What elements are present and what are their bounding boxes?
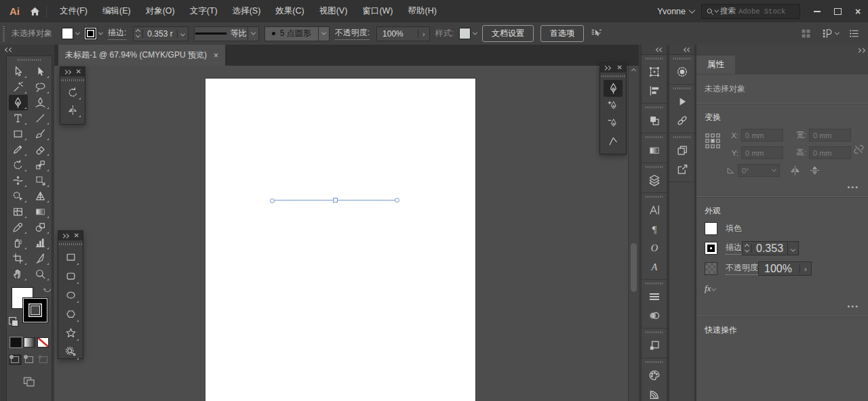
flare-tool[interactable] xyxy=(61,343,80,361)
canvas-area[interactable] xyxy=(54,66,628,401)
opentype-panel-button[interactable]: O xyxy=(642,238,667,257)
opacity-field[interactable]: 100% › xyxy=(758,261,812,276)
lasso-tool[interactable] xyxy=(31,79,50,95)
panel-header[interactable]: ✕ xyxy=(58,231,83,240)
scrollbar-thumb[interactable] xyxy=(631,243,637,292)
curvature-tool[interactable] xyxy=(31,95,50,110)
polygon-tool[interactable] xyxy=(61,305,80,323)
home-icon[interactable] xyxy=(29,5,41,17)
dock-group-grip[interactable] xyxy=(646,361,663,363)
controlbar-grip[interactable] xyxy=(3,26,5,41)
fill-swatch[interactable] xyxy=(62,28,73,39)
stroke-panel-button[interactable] xyxy=(642,287,667,306)
user-chevron-down-icon[interactable] xyxy=(689,7,696,14)
menu-type[interactable]: 文字(T) xyxy=(182,0,225,22)
scroll-up-icon[interactable] xyxy=(629,66,639,75)
menu-help[interactable]: 帮助(H) xyxy=(401,0,444,22)
zoom-tool[interactable] xyxy=(31,266,50,282)
appearance-more-options[interactable]: ••• xyxy=(705,301,861,316)
collapse-panel-icon[interactable] xyxy=(604,66,610,70)
layers-panel-button[interactable] xyxy=(642,171,667,190)
fill-swatch[interactable] xyxy=(705,222,717,235)
swap-fill-stroke-icon[interactable]: ⤸ xyxy=(43,288,52,293)
glyphs-panel-button[interactable]: A xyxy=(642,257,667,276)
document-setup-button[interactable]: 文档设置 xyxy=(482,25,534,42)
properties-dock-header[interactable] xyxy=(696,45,868,56)
align-panel-button[interactable] xyxy=(642,81,667,100)
tab-close-icon[interactable]: × xyxy=(214,51,218,60)
stroke-weight-stepper[interactable]: 0.353 r xyxy=(133,26,188,41)
style-swatch[interactable] xyxy=(459,28,471,39)
transform-more-options[interactable]: ••• xyxy=(705,182,861,196)
rounded-rectangle-tool[interactable] xyxy=(61,267,80,285)
transparency-panel-button[interactable] xyxy=(642,306,667,325)
arrange-documents-icon[interactable] xyxy=(800,28,812,39)
none-button[interactable] xyxy=(37,337,49,347)
stroke-weight-label[interactable]: 描边: xyxy=(108,27,126,40)
opacity-swatch[interactable] xyxy=(705,262,717,275)
blend-tool[interactable] xyxy=(31,219,50,235)
selection-tool[interactable] xyxy=(9,64,28,79)
direct-selection-tool[interactable] xyxy=(31,64,50,79)
fill-color-dropdown[interactable] xyxy=(62,28,79,39)
paragraph-panel-button[interactable]: ¶ xyxy=(642,219,667,238)
dock-collapse-header[interactable] xyxy=(669,45,694,55)
scale-tool[interactable] xyxy=(31,157,50,173)
tab-properties[interactable]: 属性 xyxy=(696,56,735,74)
opacity-label[interactable]: 不透明度 xyxy=(726,262,758,275)
search-scope-chevron-icon[interactable] xyxy=(714,8,719,13)
screen-mode-button[interactable] xyxy=(7,375,52,388)
ellipse-tool[interactable] xyxy=(61,286,80,304)
workspace-switcher[interactable] xyxy=(821,28,839,39)
stroke-color-well[interactable] xyxy=(23,298,47,322)
fx-effects-button[interactable]: fx xyxy=(705,282,861,301)
dock-group-grip[interactable] xyxy=(646,196,663,198)
panel-header[interactable]: ✕ xyxy=(600,63,626,72)
draw-inside-button[interactable] xyxy=(37,354,50,365)
hand-tool[interactable] xyxy=(9,266,28,282)
adobe-stock-search-input[interactable]: 搜索 Adobe Stock xyxy=(701,4,800,19)
slice-tool[interactable] xyxy=(31,251,50,266)
dock-group-grip[interactable] xyxy=(646,282,663,284)
stroke-color-dropdown[interactable] xyxy=(85,28,102,39)
add-anchor-point-tool[interactable] xyxy=(604,98,623,114)
close-panel-icon[interactable]: ✕ xyxy=(74,232,79,239)
dock-collapse-header[interactable] xyxy=(642,45,667,55)
menu-view[interactable]: 视图(V) xyxy=(312,0,355,22)
default-fill-stroke-icon[interactable] xyxy=(9,317,16,324)
menu-edit[interactable]: 编辑(E) xyxy=(95,0,138,22)
draw-behind-button[interactable] xyxy=(23,354,36,365)
menu-file[interactable]: 文件(F) xyxy=(52,0,95,22)
line-segment-tool[interactable] xyxy=(31,110,50,126)
toolbar-grip[interactable] xyxy=(18,59,41,61)
dock-group-grip[interactable] xyxy=(646,106,663,108)
eraser-tool[interactable] xyxy=(31,142,50,157)
stroke-profile-dropdown[interactable]: 等比 xyxy=(194,26,259,41)
rotate-tool[interactable] xyxy=(9,157,28,173)
symbols-panel-button[interactable] xyxy=(642,336,667,355)
gradient-panel-button[interactable] xyxy=(642,141,667,160)
rotation-field[interactable]: 0° xyxy=(738,164,780,177)
rectangle-tool[interactable] xyxy=(9,126,28,142)
delete-anchor-point-tool[interactable] xyxy=(604,115,623,132)
y-field[interactable]: 0 mm xyxy=(741,146,783,159)
flip-horizontal-icon[interactable] xyxy=(789,165,801,176)
pen-tool[interactable] xyxy=(9,95,28,110)
artboard[interactable] xyxy=(205,79,475,401)
menu-effect[interactable]: 效果(C) xyxy=(268,0,311,22)
opacity-field[interactable]: 100% › xyxy=(376,26,430,41)
artboard-tool[interactable] xyxy=(9,251,28,266)
color-panel-button[interactable] xyxy=(669,62,694,81)
close-button[interactable]: × xyxy=(848,3,868,20)
rectangle-tool[interactable] xyxy=(61,248,80,266)
width-tool[interactable] xyxy=(9,173,28,188)
links-panel-button[interactable] xyxy=(669,111,694,130)
dock-group-grip[interactable] xyxy=(646,331,663,333)
panel-header[interactable]: ✕ xyxy=(60,67,85,77)
tools-dock-header[interactable] xyxy=(0,45,54,55)
preferences-button[interactable]: 首选项 xyxy=(540,25,584,42)
stroke-label[interactable]: 描边 xyxy=(726,242,742,255)
x-field[interactable]: 0 mm xyxy=(741,129,783,142)
stroke-weight-chevron-icon[interactable] xyxy=(177,29,188,39)
stroke-swatch[interactable] xyxy=(85,28,96,39)
